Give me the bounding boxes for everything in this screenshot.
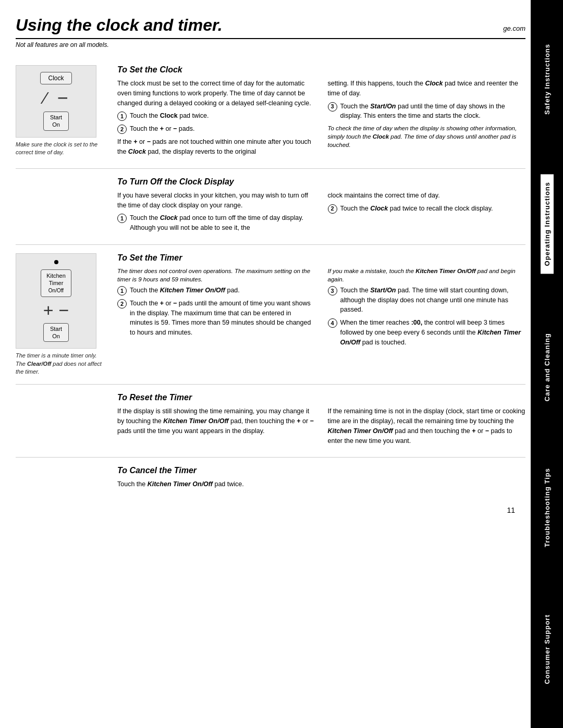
step3-text: Touch the Start/On pad until the time of… <box>340 102 526 121</box>
timer-step4-text: When the timer reaches :00, the control … <box>340 318 526 347</box>
set-clock-left-col: The clock must be set to the correct tim… <box>117 79 315 160</box>
cancel-timer-title: To Cancel the Timer <box>117 466 525 475</box>
set-clock-section: Clock ∕ − StartOn Make sure the clock is… <box>16 57 525 169</box>
timer-caption1: The timer is a minute timer only. <box>16 352 107 360</box>
set-clock-intro: The clock must be set to the correct tim… <box>117 79 315 108</box>
kitchen-timer-image: KitchenTimerOn/Off + − StartOn <box>16 253 96 349</box>
timer-caption2: The Clear/Off pad does not affect the ti… <box>16 360 107 376</box>
timer-note2: If you make a mistake, touch the Kitchen… <box>328 267 526 283</box>
step-num-3: 3 <box>328 102 337 112</box>
timer-step-num-2: 2 <box>117 299 127 309</box>
timer-plus-arrow: + <box>43 301 54 319</box>
clock-image-panel: Clock ∕ − StartOn Make sure the clock is… <box>16 65 107 160</box>
set-clock-step1: 1 Touch the Clock pad twice. <box>117 111 315 121</box>
turn-off-right-text: clock maintains the correct time of day. <box>328 191 526 201</box>
timer-step3-text: Touch the Start/On pad. The time will st… <box>340 286 526 315</box>
turn-off-step-num-1: 1 <box>117 214 127 223</box>
set-clock-note: If the + or − pads are not touched withi… <box>117 137 315 157</box>
set-clock-right-col: setting. If this happens, touch the Cloc… <box>328 79 526 160</box>
start-on-button-img: StartOn <box>43 112 69 131</box>
set-timer-title: To Set the Timer <box>117 253 525 263</box>
timer-step2-text: Touch the + or − pads until the amount o… <box>130 299 315 338</box>
reset-timer-right: To Reset the Timer If the display is sti… <box>117 393 525 449</box>
cancel-timer-right: To Cancel the Timer Touch the Kitchen Ti… <box>117 466 525 492</box>
timer-minus-arrow: − <box>59 301 69 319</box>
sidebar-tab-consumer[interactable]: Consumer Support <box>541 607 554 692</box>
step2-text: Touch the + or − pads. <box>130 124 315 134</box>
turn-off-left-col: If you have several clocks in your kitch… <box>117 191 315 236</box>
set-clock-right: To Set the Clock The clock must be set t… <box>117 65 525 160</box>
turn-off-clock-section: To Turn Off the Clock Display If you hav… <box>16 169 525 245</box>
set-clock-title: To Set the Clock <box>117 65 525 75</box>
reset-timer-section: To Reset the Timer If the display is sti… <box>16 385 525 458</box>
turn-off-step2: 2 Touch the Clock pad twice to recall th… <box>328 204 526 214</box>
page-number: 11 <box>16 506 525 514</box>
subtitle: Not all features are on all models. <box>16 41 525 48</box>
page-title: Using the clock and timer. ge.com <box>16 16 525 39</box>
reset-timer-right-text: If the remaining time is not in the disp… <box>328 406 526 446</box>
check-note: To check the time of day when the displa… <box>328 124 526 149</box>
turn-off-two-col: If you have several clocks in your kitch… <box>117 191 525 236</box>
set-timer-section: KitchenTimerOn/Off + − StartOn The timer… <box>16 245 525 385</box>
clock-image-caption: Make sure the clock is set to the correc… <box>16 141 107 157</box>
step1-text: Touch the Clock pad twice. <box>130 111 315 121</box>
clock-image: Clock ∕ − StartOn <box>16 65 96 138</box>
timer-image-panel: KitchenTimerOn/Off + − StartOn The timer… <box>16 253 107 376</box>
timer-arrows: + − <box>43 301 69 319</box>
reset-timer-left-text: If the display is still showing the time… <box>117 406 315 436</box>
turn-off-right: To Turn Off the Clock Display If you hav… <box>117 177 525 236</box>
turn-off-step1-text: Touch the Clock pad once to turn off the… <box>130 213 315 233</box>
right-sidebar: Safety Instructions Operating Instructio… <box>531 0 563 728</box>
main-content: Using the clock and timer. ge.com Not al… <box>0 0 531 728</box>
timer-step3: 3 Touch the Start/On pad. The time will … <box>328 286 526 315</box>
plus-arrow: ∕ <box>44 90 46 106</box>
ge-com: ge.com <box>503 24 525 32</box>
title-text: Using the clock and timer. <box>16 16 223 35</box>
turn-off-intro: If you have several clocks in your kitch… <box>117 191 315 211</box>
set-timer-left-col: The timer does not control oven operatio… <box>117 267 315 351</box>
set-clock-step2: 2 Touch the + or − pads. <box>117 124 315 134</box>
clock-arrows: ∕ − <box>44 89 68 107</box>
sidebar-tab-operating[interactable]: Operating Instructions <box>541 174 554 274</box>
set-clock-right-text: setting. If this happens, touch the Cloc… <box>328 79 526 98</box>
reset-timer-left-panel <box>16 393 107 449</box>
sidebar-tab-safety[interactable]: Safety Instructions <box>541 36 554 122</box>
step-num-2: 2 <box>117 125 127 134</box>
timer-step1: 1 Touch the Kitchen Timer On/Off pad. <box>117 286 315 295</box>
turn-off-step1: 1 Touch the Clock pad once to turn off t… <box>117 213 315 233</box>
reset-timer-left-col: If the display is still showing the time… <box>117 406 315 449</box>
set-timer-right: To Set the Timer The timer does not cont… <box>117 253 525 376</box>
step-num-1: 1 <box>117 112 127 121</box>
reset-timer-two-col: If the display is still showing the time… <box>117 406 525 449</box>
timer-step-num-4: 4 <box>328 318 337 328</box>
cancel-timer-text: Touch the Kitchen Timer On/Off pad twice… <box>117 479 525 489</box>
timer-step1-text: Touch the Kitchen Timer On/Off pad. <box>130 286 315 295</box>
turn-off-step-num-2: 2 <box>328 204 337 214</box>
timer-step-num-1: 1 <box>117 286 127 295</box>
cancel-timer-section: To Cancel the Timer Touch the Kitchen Ti… <box>16 458 525 501</box>
page-wrapper: Using the clock and timer. ge.com Not al… <box>0 0 563 728</box>
timer-step4: 4 When the timer reaches :00, the contro… <box>328 318 526 347</box>
timer-note1: The timer does not control oven operatio… <box>117 267 315 283</box>
timer-step-num-3: 3 <box>328 286 337 295</box>
turn-off-right-col: clock maintains the correct time of day.… <box>328 191 526 236</box>
set-clock-step3: 3 Touch the Start/On pad until the time … <box>328 102 526 121</box>
kitchen-timer-label: KitchenTimerOn/Off <box>41 269 71 297</box>
cancel-timer-left-panel <box>16 466 107 492</box>
set-timer-right-col: If you make a mistake, touch the Kitchen… <box>328 267 526 351</box>
reset-timer-right-col: If the remaining time is not in the disp… <box>328 406 526 449</box>
timer-start-btn: StartOn <box>43 323 69 342</box>
dot-indicator <box>54 260 58 264</box>
sidebar-tab-care[interactable]: Care and Cleaning <box>541 325 554 409</box>
clock-button-img: Clock <box>40 72 71 84</box>
set-timer-two-col: The timer does not control oven operatio… <box>117 267 525 351</box>
set-clock-two-col: The clock must be set to the correct tim… <box>117 79 525 160</box>
reset-timer-title: To Reset the Timer <box>117 393 525 402</box>
turn-off-left-panel <box>16 177 107 236</box>
sidebar-tab-troubleshooting[interactable]: Troubleshooting Tips <box>541 460 554 555</box>
minus-arrow: − <box>57 89 68 107</box>
turn-off-step2-text: Touch the Clock pad twice to recall the … <box>340 204 526 214</box>
timer-step2: 2 Touch the + or − pads until the amount… <box>117 299 315 338</box>
turn-off-title: To Turn Off the Clock Display <box>117 177 525 187</box>
